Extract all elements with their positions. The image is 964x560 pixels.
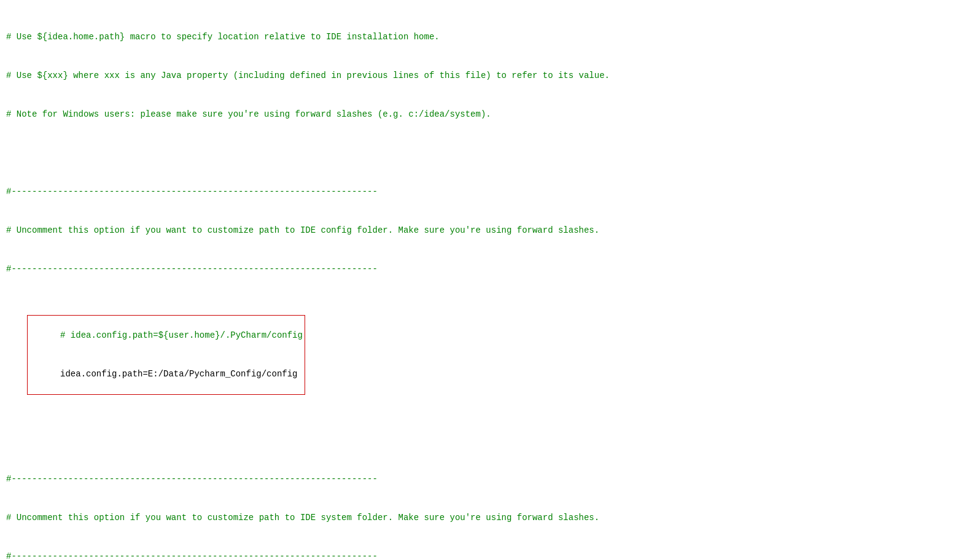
line-1: # Use ${idea.home.path} macro to specify… (6, 31, 958, 44)
config-block-1: # idea.config.path=${user.home}/.PyCharm… (27, 315, 305, 395)
code-editor[interactable]: # Use ${idea.home.path} macro to specify… (0, 5, 964, 560)
line-8: # idea.config.path=${user.home}/.PyCharm… (6, 301, 958, 408)
line-7: #---------------------------------------… (6, 263, 958, 276)
line-3: # Note for Windows users: please make su… (6, 108, 958, 121)
line-4 (6, 147, 958, 160)
line-6: # Uncomment this option if you want to c… (6, 224, 958, 237)
line-13: #---------------------------------------… (6, 550, 958, 560)
line-11: #---------------------------------------… (6, 473, 958, 486)
line-5: #---------------------------------------… (6, 185, 958, 198)
config-active-1: idea.config.path=E:/Data/Pycharm_Config/… (60, 369, 297, 379)
config-commented-1: # idea.config.path=${user.home}/.PyCharm… (60, 330, 303, 340)
line-2: # Use ${xxx} where xxx is any Java prope… (6, 69, 958, 82)
line-10 (6, 434, 958, 447)
line-12: # Uncomment this option if you want to c… (6, 511, 958, 524)
